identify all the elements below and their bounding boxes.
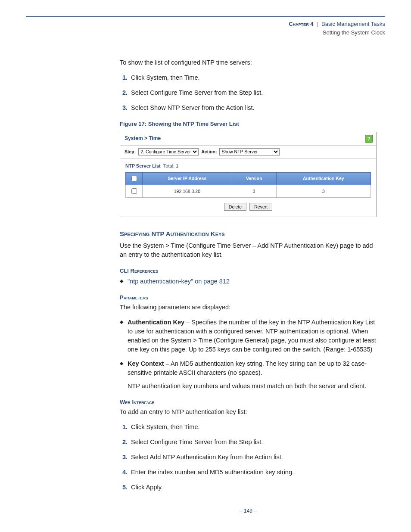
step-item: Click System, then Time.: [129, 73, 377, 82]
steps-list-1: Click System, then Time. Select Configur…: [120, 73, 377, 112]
row-checkbox[interactable]: [131, 188, 137, 194]
col-server-ip: Server IP Address: [143, 172, 232, 185]
table-row: 192.168.3.20 3 3: [126, 185, 371, 198]
parameter-item: Key Context – An MD5 authentication key …: [128, 359, 377, 391]
step-item: Enter the index number and MD5 authentic…: [129, 468, 377, 477]
parameters-intro: The following parameters are displayed:: [120, 303, 377, 312]
step-item: Select Configure Time Server from the St…: [129, 88, 377, 97]
list-title: NTP Server List Total: 1: [125, 163, 371, 170]
section-intro: Use the System > Time (Configure Time Se…: [120, 241, 377, 259]
col-version: Version: [232, 172, 276, 185]
step-item: Click System, then Time.: [129, 423, 377, 432]
breadcrumb: System > Time: [125, 135, 161, 142]
section-heading: Specifying NTP Authentication Keys: [120, 229, 377, 239]
cell-authkey: 3: [276, 185, 371, 198]
page-header: Chapter 4 | Basic Management Tasks Setti…: [26, 16, 385, 37]
step-select[interactable]: 2. Configure Time Server: [138, 148, 199, 156]
cli-reference-item: "ntp authentication-key" on page 812: [128, 277, 377, 286]
param-name: Key Context: [128, 360, 164, 367]
param-name: Authentication Key: [128, 319, 184, 326]
cli-reference-link[interactable]: "ntp authentication-key" on page 812: [128, 278, 230, 285]
step-item: Select Configure Time Server from the St…: [129, 438, 377, 447]
web-intro: To add an entry to NTP authentication ke…: [120, 408, 377, 417]
parameter-item: Authentication Key – Specifies the numbe…: [128, 318, 377, 354]
parameters-list: Authentication Key – Specifies the numbe…: [120, 318, 377, 391]
delete-button[interactable]: Delete: [224, 203, 246, 211]
steps-list-2: Click System, then Time. Select Configur…: [120, 423, 377, 492]
step-item: Select Show NTP Server from the Action l…: [129, 103, 377, 112]
cli-references-heading: CLI References: [120, 267, 377, 275]
select-all-header[interactable]: [126, 172, 143, 185]
page-number: – 149 –: [120, 507, 377, 515]
step-label: Step:: [125, 149, 136, 155]
intro-text: To show the list of configured NTP time …: [120, 58, 377, 67]
header-separator: |: [317, 21, 318, 27]
chapter-subtitle: Setting the System Clock: [26, 28, 385, 37]
chapter-label: Chapter 4: [289, 21, 313, 27]
action-select[interactable]: Show NTP Server: [219, 148, 280, 156]
screenshot-figure: System > Time ? Step: 2. Configure Time …: [120, 132, 377, 217]
param-extra: NTP authentication key numbers and value…: [128, 382, 377, 391]
revert-button[interactable]: Revert: [249, 203, 272, 211]
col-authkey: Authentication Key: [276, 172, 371, 185]
action-label: Action:: [201, 149, 217, 155]
chapter-title: Basic Management Tasks: [321, 21, 385, 27]
cell-version: 3: [232, 185, 276, 198]
parameters-heading: Parameters: [120, 294, 377, 302]
page-footer: – 149 –: [120, 507, 377, 528]
step-item: Click Apply.: [129, 483, 377, 492]
figure-caption: Figure 17: Showing the NTP Time Server L…: [120, 120, 377, 128]
cell-ip: 192.168.3.20: [143, 185, 232, 198]
help-icon[interactable]: ?: [365, 135, 373, 143]
step-item: Select Add NTP Authentication Key from t…: [129, 453, 377, 462]
web-interface-heading: Web Interface: [120, 398, 377, 407]
ntp-server-table: Server IP Address Version Authentication…: [125, 172, 371, 198]
select-all-checkbox[interactable]: [131, 176, 137, 181]
